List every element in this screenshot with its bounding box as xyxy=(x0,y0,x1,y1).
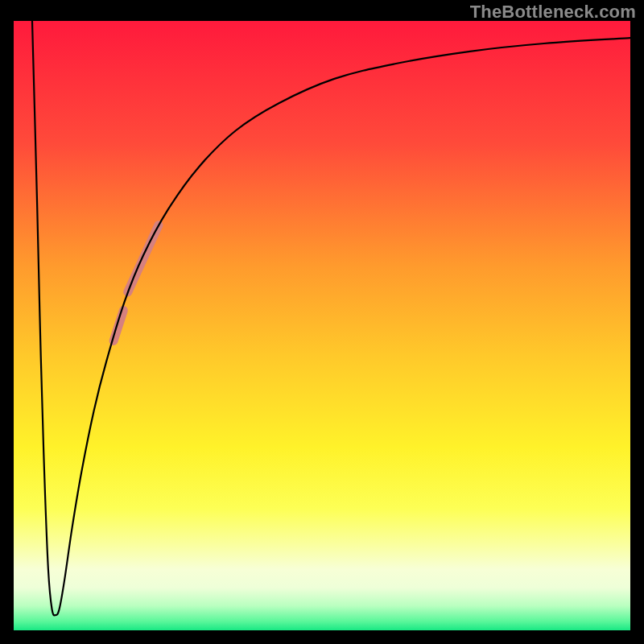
plot-area xyxy=(14,21,630,630)
watermark-text: TheBottleneck.com xyxy=(470,2,636,23)
chart-frame: TheBottleneck.com xyxy=(0,0,644,644)
gradient-background xyxy=(14,21,630,630)
chart-svg xyxy=(14,21,630,630)
